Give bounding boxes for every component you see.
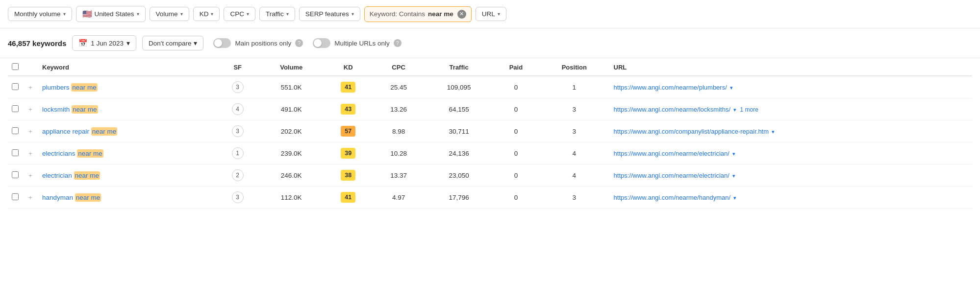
kd-cell: 57 (324, 120, 373, 142)
cpc-label: CPC (230, 10, 244, 18)
country-filter[interactable]: 🇺🇸 United States ▾ (76, 6, 146, 22)
sf-cell: 2 (217, 164, 259, 187)
traffic-header: Traffic (425, 58, 493, 76)
paid-cell: 0 (493, 120, 539, 142)
row-checkbox-cell[interactable] (8, 164, 23, 187)
keyword-highlight: near me (77, 149, 103, 158)
select-all-header[interactable] (8, 58, 23, 76)
compare-button[interactable]: Don't compare ▾ (142, 36, 203, 50)
date-picker-button[interactable]: 📅 1 Jun 2023 ▾ (72, 35, 136, 51)
keyword-link[interactable]: handyman near me (42, 193, 101, 202)
country-label: United States (95, 10, 134, 18)
flag-icon: 🇺🇸 (82, 9, 92, 19)
kd-cell: 41 (324, 187, 373, 209)
keyword-contains-filter[interactable]: Keyword: Contains near me ✕ (364, 6, 472, 22)
kd-cell: 39 (324, 142, 373, 164)
row-checkbox[interactable] (12, 149, 19, 156)
cpc-cell: 10.28 (373, 142, 425, 164)
cpc-filter[interactable]: CPC ▾ (224, 7, 255, 21)
url-dropdown-icon[interactable]: ▾ (732, 151, 735, 157)
cpc-header: CPC (373, 58, 425, 76)
add-keyword-cell[interactable]: + (23, 76, 38, 98)
keyword-highlight: near me (74, 171, 101, 180)
row-checkbox-cell[interactable] (8, 120, 23, 142)
cpc-cell: 13.26 (373, 98, 425, 120)
row-checkbox[interactable] (12, 193, 19, 200)
url-link[interactable]: https://www.angi.com/nearme/handyman/ (614, 194, 730, 201)
add-header (23, 58, 38, 76)
main-positions-toggle[interactable] (213, 38, 231, 48)
chevron-down-icon: ▾ (247, 11, 249, 17)
url-dropdown-icon[interactable]: ▾ (772, 129, 775, 135)
row-checkbox[interactable] (12, 105, 19, 112)
keyword-link[interactable]: locksmith near me (42, 105, 98, 114)
position-cell: 1 (539, 76, 610, 98)
add-keyword-cell[interactable]: + (23, 142, 38, 164)
main-positions-help-icon[interactable]: ? (295, 39, 303, 47)
multiple-urls-help-icon[interactable]: ? (394, 39, 402, 47)
keyword-cell: plumbers near me (38, 76, 217, 98)
monthly-volume-filter[interactable]: Monthly volume ▾ (8, 7, 72, 21)
url-dropdown-icon[interactable]: ▾ (730, 85, 733, 91)
url-dropdown-icon[interactable]: ▾ (732, 173, 735, 179)
multiple-urls-toggle-group: Multiple URLs only ? (313, 38, 402, 48)
keywords-count: 46,857 keywords (8, 39, 66, 47)
keywords-table: Keyword SF Volume KD CPC Traffic (8, 58, 972, 209)
paid-header: Paid (493, 58, 539, 76)
multiple-urls-toggle[interactable] (313, 38, 330, 48)
kd-badge: 39 (341, 148, 355, 159)
kd-badge: 41 (341, 192, 355, 203)
url-cell: https://www.angi.com/companylist/applian… (610, 120, 972, 142)
keyword-link[interactable]: appliance repair near me (42, 127, 117, 136)
row-checkbox[interactable] (12, 127, 19, 134)
row-checkbox[interactable] (12, 83, 19, 90)
traffic-filter[interactable]: Traffic ▾ (259, 7, 295, 21)
url-link[interactable]: https://www.angi.com/nearme/electrician/ (614, 150, 729, 157)
keyword-link[interactable]: plumbers near me (42, 83, 98, 92)
position-cell: 4 (539, 142, 610, 164)
sf-badge: 3 (232, 125, 244, 137)
kd-header: KD (324, 58, 373, 76)
keyword-filter-prefix: Keyword: Contains (370, 10, 425, 18)
select-all-checkbox[interactable] (12, 63, 19, 70)
url-link[interactable]: https://www.angi.com/nearme/electrician/ (614, 172, 729, 179)
row-checkbox-cell[interactable] (8, 98, 23, 120)
keyword-link[interactable]: electricians near me (42, 149, 103, 158)
url-link[interactable]: https://www.angi.com/companylist/applian… (614, 128, 769, 135)
volume-filter[interactable]: Volume ▾ (150, 7, 189, 21)
sf-cell: 3 (217, 76, 259, 98)
add-keyword-cell[interactable]: + (23, 120, 38, 142)
remove-keyword-filter-button[interactable]: ✕ (457, 10, 466, 19)
add-keyword-cell[interactable]: + (23, 164, 38, 187)
kd-badge: 43 (341, 104, 355, 115)
sf-badge: 3 (232, 191, 244, 203)
second-bar: 46,857 keywords 📅 1 Jun 2023 ▾ Don't com… (0, 28, 980, 58)
row-checkbox-cell[interactable] (8, 187, 23, 209)
table-row: + plumbers near me 3 551.0K 41 25.45 109… (8, 76, 972, 98)
keyword-link[interactable]: electrician near me (42, 171, 100, 180)
url-link[interactable]: https://www.angi.com/nearme/plumbers/ (614, 84, 727, 91)
url-link[interactable]: https://www.angi.com/nearme/locksmiths/ (614, 106, 730, 113)
url-more-link[interactable]: 1 more (740, 106, 758, 113)
kd-badge: 41 (341, 82, 355, 93)
add-keyword-cell[interactable]: + (23, 98, 38, 120)
url-dropdown-icon[interactable]: ▾ (733, 107, 736, 113)
volume-cell: 491.0K (259, 98, 324, 120)
add-keyword-cell[interactable]: + (23, 187, 38, 209)
serp-label: SERP features (305, 10, 349, 18)
serp-filter[interactable]: SERP features ▾ (299, 7, 360, 21)
url-dropdown-icon[interactable]: ▾ (733, 195, 736, 201)
row-checkbox[interactable] (12, 171, 19, 178)
volume-cell: 239.0K (259, 142, 324, 164)
keyword-cell: electricians near me (38, 142, 217, 164)
kd-filter[interactable]: KD ▾ (193, 7, 220, 21)
volume-cell: 112.0K (259, 187, 324, 209)
sf-cell: 3 (217, 187, 259, 209)
monthly-volume-label: Monthly volume (14, 10, 61, 18)
chevron-down-icon: ▾ (286, 11, 289, 17)
keyword-cell: locksmith near me (38, 98, 217, 120)
keyword-header: Keyword (38, 58, 217, 76)
row-checkbox-cell[interactable] (8, 76, 23, 98)
url-filter[interactable]: URL ▾ (476, 7, 506, 21)
row-checkbox-cell[interactable] (8, 142, 23, 164)
